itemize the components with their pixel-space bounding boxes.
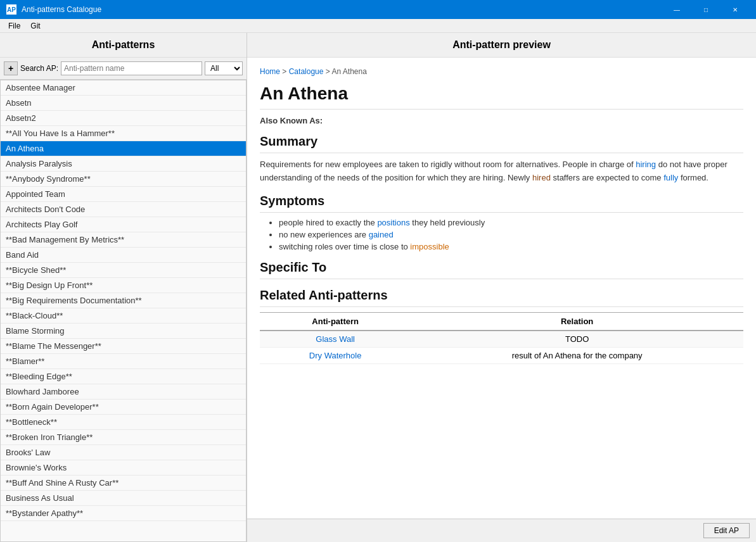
breadcrumb-current: An Athena [331,67,366,76]
related-antipattern[interactable]: Dry Waterhole [260,347,411,363]
sym-highlight-gained: gained [369,230,394,239]
summary-text: Requirements for new employees are taken… [260,158,743,185]
sym-highlight-positions: positions [377,218,409,227]
left-panel-title: Anti-patterns [0,33,247,58]
summary-highlight-hired: hired [532,173,551,182]
sym-highlight-impossible: impossible [410,242,449,251]
symptoms-list: people hired to exactly the positions th… [260,218,743,251]
list-item[interactable]: **Bad Management By Metrics** [1,232,246,248]
bottom-bar: Edit AP [247,519,756,542]
related-antipattern[interactable]: Glass Wall [260,331,411,348]
antipatterns-list: Absentee ManagerAbsetnAbsetn2**All You H… [0,80,247,542]
list-item[interactable]: **Bottleneck** [1,415,246,430]
breadcrumb-home[interactable]: Home [260,67,280,76]
list-item[interactable]: An Athena [1,141,246,156]
window-controls: — □ ✕ [662,0,750,19]
app-icon: AP [6,4,16,15]
list-item[interactable]: Appointed Team [1,187,246,202]
list-item[interactable]: Architects Don't Code [1,202,246,217]
symptoms-heading: Symptoms [260,194,743,213]
menu-git[interactable]: Git [25,20,45,32]
list-item[interactable]: **All You Have Is a Hammer** [1,126,246,141]
list-item[interactable]: **Buff And Shine A Rusty Car** [1,476,246,491]
window-title: Anti-patterns Catalogue [22,5,662,14]
symptom-item-3: switching roles over time is close to im… [279,242,743,251]
specific-to-heading: Specific To [260,260,743,279]
list-item[interactable]: **Bystander Apathy** [1,506,246,521]
list-item[interactable]: **Big Requirements Documentation** [1,293,246,308]
symptom-item-2: no new experiences are gained [279,230,743,239]
list-item[interactable]: **Blame The Messenger** [1,339,246,354]
content-area: Home > Catalogue > An Athena An Athena A… [247,58,756,519]
list-item[interactable]: Band Aid [1,248,246,263]
list-item[interactable]: Brownie's Works [1,460,246,476]
list-item[interactable]: **Big Design Up Front** [1,278,246,293]
list-item[interactable]: Architects Play Golf [1,217,246,232]
related-row: Glass WallTODO [260,331,743,348]
symptom-item-1: people hired to exactly the positions th… [279,218,743,227]
related-relation: result of An Athena for the company [411,347,743,363]
list-item[interactable]: Blowhard Jamboree [1,384,246,400]
list-item[interactable]: **Bleeding Edge** [1,369,246,384]
related-col-relation: Relation [411,312,743,331]
left-panel: Anti-patterns + Search AP: All Absentee … [0,33,247,542]
search-label: Search AP: [20,64,58,73]
filter-dropdown[interactable]: All [205,61,243,75]
list-item[interactable]: Blame Storming [1,324,246,339]
list-item[interactable]: Brooks' Law [1,445,246,460]
related-col-antipattern: Anti-pattern [260,312,411,331]
maximize-button[interactable]: □ [691,0,721,19]
summary-heading: Summary [260,134,743,153]
summary-highlight-hiring: hiring [636,160,656,169]
list-item[interactable]: **Broken Iron Triangle** [1,430,246,445]
add-antipattern-button[interactable]: + [4,61,18,75]
list-item[interactable]: Analysis Paralysis [1,156,246,172]
menubar: File Git [0,19,756,33]
list-item[interactable]: Business As Usual [1,491,246,506]
breadcrumb: Home > Catalogue > An Athena [260,67,743,76]
list-item[interactable]: Absentee Manager [1,80,246,96]
menu-file[interactable]: File [3,20,25,32]
breadcrumb-sep2: > [326,67,332,76]
breadcrumb-sep1: > [282,67,288,76]
edit-ap-button[interactable]: Edit AP [703,523,750,538]
main-container: Anti-patterns + Search AP: All Absentee … [0,33,756,542]
list-item[interactable]: **Anybody Syndrome** [1,172,246,187]
related-row: Dry Waterholeresult of An Athena for the… [260,347,743,363]
summary-highlight-fully: fully [663,173,678,182]
list-item[interactable]: **Bicycle Shed** [1,263,246,278]
also-known-as-label: Also Known As: [260,116,743,125]
minimize-button[interactable]: — [662,0,691,19]
search-bar: + Search AP: All [0,58,247,80]
close-button[interactable]: ✕ [721,0,750,19]
related-relation: TODO [411,331,743,348]
list-item[interactable]: Absetn2 [1,111,246,126]
related-table: Anti-pattern Relation Glass WallTODODry … [260,312,743,364]
right-panel-title: Anti-pattern preview [247,33,756,58]
ap-title: An Athena [260,84,743,110]
titlebar: AP Anti-patterns Catalogue — □ ✕ [0,0,756,19]
list-item[interactable]: **Black-Cloud** [1,308,246,324]
list-item[interactable]: **Blamer** [1,354,246,369]
right-panel: Anti-pattern preview Home > Catalogue > … [247,33,756,542]
list-item[interactable]: **Born Again Developer** [1,400,246,415]
search-input[interactable] [61,61,202,75]
list-item[interactable]: Absetn [1,96,246,111]
breadcrumb-catalogue[interactable]: Catalogue [289,67,324,76]
related-heading: Related Anti-patterns [260,288,743,307]
